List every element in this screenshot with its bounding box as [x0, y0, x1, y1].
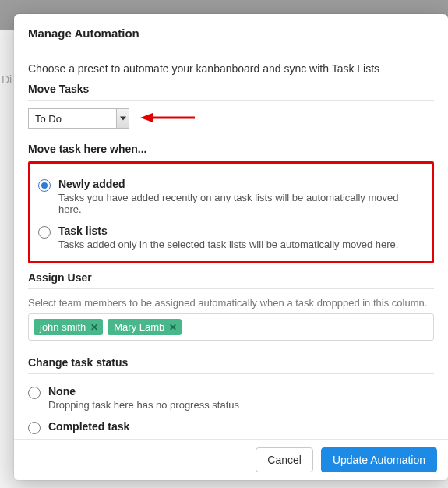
radio-title: None — [48, 385, 434, 398]
radio-option-task-lists[interactable]: Task lists Tasks added only in the selec… — [38, 225, 424, 250]
radio-icon — [38, 179, 51, 192]
modal-title: Manage Automation — [14, 14, 448, 51]
section-divider — [28, 100, 434, 108]
remove-tag-icon[interactable]: ✕ — [169, 323, 177, 332]
cancel-button[interactable]: Cancel — [256, 447, 313, 472]
radio-title: Completed task — [48, 420, 434, 433]
remove-tag-icon[interactable]: ✕ — [90, 323, 98, 332]
radio-body: Newly added Tasks you have added recentl… — [58, 178, 424, 215]
user-tag-label: Mary Lamb — [114, 321, 164, 333]
radio-title: Newly added — [58, 178, 424, 190]
radio-icon — [28, 422, 41, 434]
section-divider — [28, 373, 434, 382]
update-automation-button[interactable]: Update Automation — [321, 447, 437, 472]
user-tag: Mary Lamb ✕ — [108, 319, 182, 335]
radio-body: Completed task — [48, 420, 434, 433]
assign-user-label: Assign User — [28, 271, 434, 284]
assign-user-help: Select team members to be assigned autom… — [28, 297, 434, 309]
modal-body: Choose a preset to automate your kanbanb… — [14, 51, 448, 439]
move-tasks-select[interactable]: To Do — [28, 108, 129, 129]
radio-option-completed[interactable]: Completed task — [28, 420, 434, 434]
modal-footer: Cancel Update Automation — [14, 439, 448, 480]
radio-option-none[interactable]: None Dropping task here has no progress … — [28, 385, 434, 411]
radio-body: Task lists Tasks added only in the selec… — [58, 225, 424, 250]
bg-text-left: Di — [2, 73, 12, 86]
move-tasks-selected-value: To Do — [29, 113, 116, 125]
arrow-annotation-icon — [140, 111, 195, 127]
radio-body: None Dropping task here has no progress … — [48, 385, 434, 411]
radio-desc: Tasks you have added recently on any tas… — [58, 192, 424, 215]
move-when-highlight: Newly added Tasks you have added recentl… — [28, 161, 434, 263]
manage-automation-modal: Manage Automation Choose a preset to aut… — [14, 14, 448, 480]
section-divider — [28, 288, 434, 297]
modal-subtitle: Choose a preset to automate your kanbanb… — [28, 62, 434, 75]
chevron-down-icon — [116, 109, 129, 128]
radio-desc: Dropping task here has no progress statu… — [48, 399, 434, 411]
radio-desc: Tasks added only in the selected task li… — [58, 239, 424, 250]
radio-option-newly-added[interactable]: Newly added Tasks you have added recentl… — [38, 178, 424, 215]
svg-marker-0 — [120, 117, 126, 121]
move-tasks-label: Move Tasks — [28, 83, 434, 95]
change-status-label: Change task status — [28, 356, 434, 369]
app-backdrop: Di ce Manage Automation Choose a preset … — [0, 0, 448, 488]
svg-marker-2 — [140, 113, 153, 122]
radio-icon — [38, 226, 51, 239]
radio-title: Task lists — [58, 225, 424, 237]
radio-icon — [28, 387, 41, 399]
user-tag-label: john smith — [40, 321, 86, 333]
assign-user-input[interactable]: john smith ✕ Mary Lamb ✕ — [28, 313, 434, 341]
move-when-label: Move task here when... — [28, 143, 434, 155]
user-tag: john smith ✕ — [34, 319, 103, 335]
